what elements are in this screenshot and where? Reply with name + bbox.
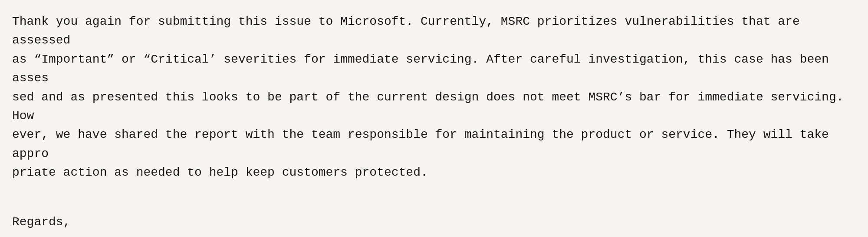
email-body: Thank you again for submitting this issu…: [12, 12, 856, 182]
spacer: [12, 182, 856, 208]
regards-text: Regards,: [12, 213, 856, 231]
email-content: Thank you again for submitting this issu…: [0, 0, 868, 237]
